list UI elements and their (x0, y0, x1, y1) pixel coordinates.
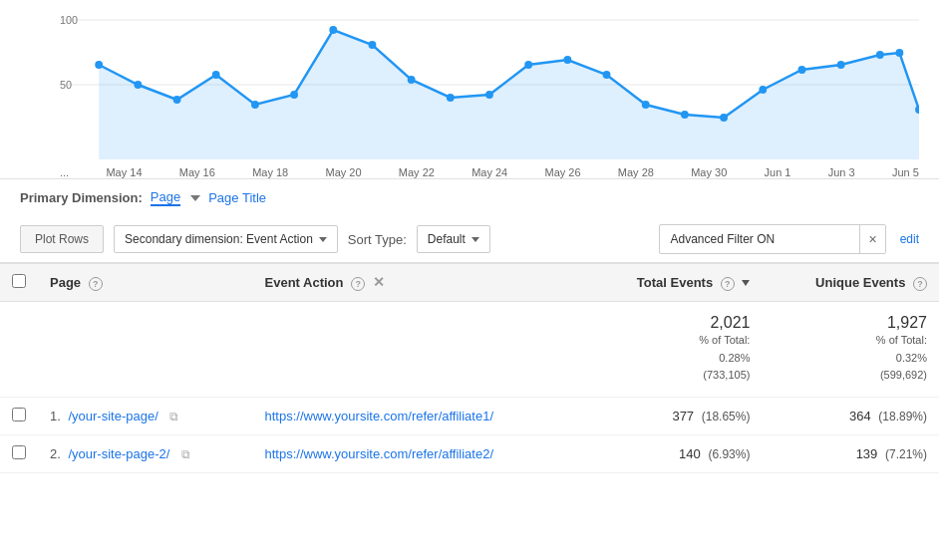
row1-total-events: 377 (672, 409, 694, 423)
svg-point-21 (759, 86, 767, 94)
row1-num: 1. (50, 409, 61, 423)
row2-checkbox[interactable] (12, 445, 26, 459)
x-label: ... (60, 166, 69, 178)
edit-filter-link[interactable]: edit (900, 232, 919, 246)
svg-point-23 (837, 61, 845, 69)
svg-point-20 (720, 114, 728, 122)
row1-checkbox-cell (0, 397, 38, 434)
row2-total-events: 140 (679, 446, 701, 461)
row1-total-events-pct: (18.65%) (702, 410, 751, 423)
row1-event-action-link[interactable]: https://www.yoursite.com/refer/affiliate… (265, 409, 494, 423)
row2-unique-events-cell: 139 (7.21%) (762, 434, 939, 472)
filter-text: Advanced Filter ON (660, 226, 859, 252)
unique-events-column-header: Unique Events ? (762, 264, 939, 302)
event-action-close-icon[interactable]: ✕ (373, 274, 385, 290)
row1-checkbox[interactable] (12, 408, 26, 421)
svg-point-14 (485, 91, 493, 99)
sort-type-dropdown[interactable]: Default (417, 225, 490, 253)
x-axis: ... May 14 May 16 May 18 May 20 May 22 M… (60, 162, 919, 178)
row1-unique-events-cell: 364 (18.89%) (762, 397, 939, 434)
primary-dimension-bar: Primary Dimension: Page Page Title (0, 179, 939, 216)
row1-unique-events: 364 (849, 409, 871, 423)
row1-unique-events-pct: (18.89%) (878, 410, 927, 423)
row1-total-events-cell: 377 (18.65%) (583, 397, 763, 434)
page-col-label: Page (50, 275, 81, 290)
totals-page-cell (38, 302, 253, 398)
select-all-header (0, 264, 38, 302)
sort-caret-icon (471, 237, 479, 242)
totals-total-events-cell: 2,021 % of Total: 0.28% (733,105) (583, 302, 763, 398)
svg-point-13 (447, 94, 455, 102)
row1-page-cell: 1. /your-site-page/ ⧉ (38, 397, 253, 434)
row2-unique-events: 139 (856, 446, 878, 461)
svg-point-12 (408, 76, 416, 84)
svg-point-22 (798, 66, 806, 74)
svg-point-8 (251, 101, 259, 109)
line-chart: 100 50 (60, 10, 919, 159)
totals-event-action-cell (253, 302, 583, 398)
toolbar: Plot Rows Secondary dimension: Event Act… (0, 216, 939, 263)
row1-page-link[interactable]: /your-site-page/ (68, 409, 157, 423)
secondary-dimension-dropdown[interactable]: Secondary dimension: Event Action (114, 225, 338, 253)
row2-checkbox-cell (0, 434, 38, 472)
table-header-row: Page ? Event Action ? ✕ Total Events ? U… (0, 264, 939, 302)
row2-num: 2. (50, 446, 61, 461)
svg-point-10 (329, 26, 337, 34)
totals-row: 2,021 % of Total: 0.28% (733,105) 1,927 … (0, 302, 939, 398)
svg-point-11 (369, 41, 377, 49)
svg-point-17 (603, 71, 611, 79)
svg-point-25 (895, 49, 903, 57)
page-help-icon[interactable]: ? (89, 277, 103, 291)
svg-point-5 (134, 81, 142, 89)
secondary-dim-label: Secondary dimension: Event Action (125, 232, 313, 246)
svg-point-15 (524, 61, 532, 69)
dim-dropdown-arrow[interactable] (190, 195, 200, 201)
unique-events-help-icon[interactable]: ? (913, 277, 927, 291)
select-all-checkbox[interactable] (12, 274, 26, 288)
row2-event-action-link[interactable]: https://www.yoursite.com/refer/affiliate… (265, 446, 494, 461)
event-action-help-icon[interactable]: ? (351, 277, 365, 291)
totals-checkbox-cell (0, 302, 38, 398)
unique-events-sub: % of Total: 0.32% (599,692) (774, 332, 927, 385)
svg-point-7 (212, 71, 220, 79)
chart-area: 100 50 ... May 14 May 16 May 18 (0, 0, 939, 179)
x-label: May 14 (106, 166, 142, 178)
row2-copy-icon[interactable]: ⧉ (181, 447, 190, 461)
data-table: Page ? Event Action ? ✕ Total Events ? U… (0, 263, 939, 473)
advanced-filter-box: Advanced Filter ON × (659, 224, 885, 254)
svg-point-18 (642, 101, 650, 109)
unique-events-value: 1,927 (774, 314, 927, 332)
filter-clear-button[interactable]: × (859, 225, 884, 253)
dim-page-title-link[interactable]: Page Title (208, 190, 266, 205)
x-label: May 22 (399, 166, 435, 178)
row1-copy-icon[interactable]: ⧉ (169, 410, 178, 423)
event-action-col-label: Event Action (265, 275, 344, 290)
row1-event-action-cell: https://www.yoursite.com/refer/affiliate… (253, 397, 583, 434)
svg-point-24 (876, 51, 884, 59)
x-label: May 28 (618, 166, 654, 178)
x-label: May 20 (325, 166, 361, 178)
sort-type-label: Sort Type: (348, 232, 407, 247)
dim-page-link[interactable]: Page (151, 189, 180, 206)
total-events-help-icon[interactable]: ? (721, 277, 735, 291)
total-events-sort-icon[interactable] (742, 280, 750, 286)
svg-point-6 (173, 96, 181, 104)
x-label: Jun 3 (828, 166, 855, 178)
secondary-dim-caret-icon (319, 237, 327, 242)
page-column-header: Page ? (38, 264, 253, 302)
sort-type-value: Default (428, 232, 466, 246)
x-label: Jun 5 (892, 166, 919, 178)
total-events-sub: % of Total: 0.28% (733,105) (595, 332, 751, 385)
row2-page-link[interactable]: /your-site-page-2/ (68, 446, 169, 461)
x-label: May 16 (179, 166, 215, 178)
total-events-col-label: Total Events (637, 275, 713, 290)
svg-point-19 (681, 111, 689, 119)
svg-text:100: 100 (60, 14, 78, 26)
plot-rows-button[interactable]: Plot Rows (20, 225, 104, 253)
svg-text:50: 50 (60, 79, 72, 91)
x-label: May 18 (252, 166, 288, 178)
table-row: 1. /your-site-page/ ⧉ https://www.yoursi… (0, 397, 939, 434)
x-label: May 24 (471, 166, 507, 178)
row2-total-events-pct: (6.93%) (708, 447, 750, 461)
row2-event-action-cell: https://www.yoursite.com/refer/affiliate… (253, 434, 583, 472)
